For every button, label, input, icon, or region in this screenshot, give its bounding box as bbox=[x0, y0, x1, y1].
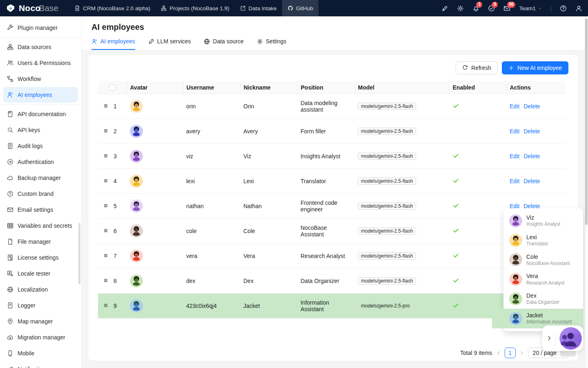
notifications-button[interactable]: 3 bbox=[472, 5, 479, 12]
drag-icon bbox=[102, 252, 109, 259]
sidebar-item-variables-and-secrets[interactable]: Variables and secrets bbox=[3, 218, 78, 233]
sidebar-item-plugin-manager[interactable]: Plugin manager bbox=[3, 20, 78, 36]
col-avatar: Avatar bbox=[127, 81, 183, 94]
delete-link[interactable]: Delete bbox=[523, 153, 540, 159]
sidebar-item-api-documentation[interactable]: API documentation bbox=[3, 106, 78, 122]
drag-handle-icon[interactable] bbox=[102, 252, 109, 260]
page-scrollbar-thumb[interactable] bbox=[585, 18, 588, 225]
nav-item-data-intake[interactable]: Data Intake bbox=[235, 0, 282, 16]
refresh-button[interactable]: Refresh bbox=[456, 61, 498, 74]
cell-nickname: Orin bbox=[240, 94, 297, 119]
sidebar-item-license-settings[interactable]: License settings bbox=[3, 250, 78, 265]
pen-icon bbox=[441, 5, 448, 12]
enabled-check-icon bbox=[452, 277, 459, 284]
notifications-badge: 3 bbox=[476, 2, 482, 8]
delete-link[interactable]: Delete bbox=[523, 178, 540, 184]
sidebar-item-migration-manager[interactable]: Migration manager bbox=[3, 330, 78, 345]
page-scrollbar[interactable] bbox=[585, 16, 588, 368]
floating-widget-tab[interactable] bbox=[560, 350, 576, 357]
drag-handle-icon[interactable] bbox=[102, 302, 109, 310]
tab-data-source[interactable]: Data source bbox=[204, 38, 243, 50]
popup-item-vera[interactable]: VeraResearch Analyst bbox=[503, 269, 583, 289]
sidebar-item-ai-employees[interactable]: AI employees bbox=[3, 87, 78, 103]
page-number-button[interactable]: 1 bbox=[505, 348, 516, 358]
nav-item-github[interactable]: GitHub bbox=[282, 0, 318, 16]
drag-handle-icon[interactable] bbox=[102, 227, 109, 235]
sidebar-item-email-settings[interactable]: Email settings bbox=[3, 202, 78, 218]
collapse-widget-button[interactable] bbox=[546, 331, 556, 346]
drag-handle-icon[interactable] bbox=[102, 177, 109, 185]
team-switcher[interactable]: Team1 bbox=[519, 5, 542, 11]
pen-button[interactable] bbox=[441, 5, 448, 12]
sidebar-item-workflow[interactable]: Workflow bbox=[3, 71, 78, 87]
help-button[interactable] bbox=[560, 5, 567, 12]
row-index: 1 bbox=[114, 103, 117, 110]
edit-link[interactable]: Edit bbox=[510, 153, 519, 159]
sidebar-item-mobile[interactable]: Mobile bbox=[3, 346, 78, 361]
sidebar-item-localization[interactable]: Localization bbox=[3, 282, 78, 297]
new-ai-employee-button[interactable]: New AI employee bbox=[502, 61, 568, 74]
sidebar-item-custom-brand[interactable]: Custom brand bbox=[3, 186, 78, 202]
edit-link[interactable]: Edit bbox=[510, 128, 519, 135]
col-username: Username bbox=[183, 81, 240, 94]
drag-icon bbox=[102, 177, 109, 184]
sidebar-item-backup-manager[interactable]: Backup manager bbox=[3, 170, 78, 186]
nocobase-logo[interactable]: NocoBase bbox=[6, 3, 58, 13]
sidebar-item-notification-manager[interactable]: Notification manager bbox=[3, 361, 78, 368]
drag-handle-icon[interactable] bbox=[102, 202, 109, 210]
avatar bbox=[509, 292, 522, 305]
nav-item-projects-nocobase-1-9-[interactable]: Projects (NocoBase 1.9) bbox=[156, 0, 234, 16]
select-all-checkbox[interactable] bbox=[109, 84, 116, 91]
link-icon bbox=[148, 38, 154, 45]
user-menu-button[interactable] bbox=[575, 5, 582, 12]
row-index: 9 bbox=[114, 303, 117, 309]
settings-button[interactable] bbox=[457, 5, 464, 12]
tasks-button[interactable]: 9 bbox=[488, 5, 495, 12]
drag-handle-icon[interactable] bbox=[102, 128, 109, 135]
sidebar-item-file-manager[interactable]: File manager bbox=[3, 234, 78, 249]
sidebar-item-data-sources[interactable]: Data sources bbox=[3, 39, 78, 55]
delete-link[interactable]: Delete bbox=[523, 103, 540, 110]
drag-icon bbox=[102, 202, 109, 209]
ai-employees-group-avatar[interactable] bbox=[559, 327, 582, 350]
delete-link[interactable]: Delete bbox=[523, 128, 540, 135]
file-icon bbox=[7, 238, 13, 245]
drag-handle-icon[interactable] bbox=[102, 153, 109, 160]
sidebar-divider bbox=[0, 104, 81, 105]
sidebar-item-logger[interactable]: Logger bbox=[3, 298, 78, 313]
share-icon bbox=[240, 5, 246, 11]
sidebar-item-locale-tester[interactable]: Locale tester bbox=[3, 266, 78, 281]
cell-model: models/gemini-2.5-flash bbox=[354, 194, 449, 219]
cell-nickname: Vera bbox=[240, 244, 297, 269]
enabled-check-icon bbox=[452, 177, 459, 184]
tab-llm-services[interactable]: LLM services bbox=[148, 38, 191, 50]
sidebar-item-audit-logs[interactable]: Audit logs bbox=[3, 138, 78, 154]
popup-item-viz[interactable]: VizInsights Analyst bbox=[503, 211, 583, 231]
cell-enabled bbox=[449, 94, 506, 119]
prev-page-button[interactable] bbox=[496, 350, 501, 355]
row-index: 3 bbox=[114, 153, 117, 159]
sidebar-scrollbar-thumb[interactable] bbox=[78, 223, 80, 284]
cell-nickname: Viz bbox=[240, 144, 297, 169]
cell-username: avery bbox=[183, 119, 240, 144]
next-page-button[interactable] bbox=[519, 350, 524, 355]
messages-button[interactable]: 98 bbox=[503, 5, 510, 12]
model-tag: models/gemini-2.5-flash bbox=[358, 153, 416, 160]
sidebar-item-authentication[interactable]: Authentication bbox=[3, 154, 78, 170]
edit-link[interactable]: Edit bbox=[510, 178, 519, 184]
sidebar-item-map-manager[interactable]: Map manager bbox=[3, 314, 78, 329]
popup-item-cole[interactable]: ColeNocoBase Assistant bbox=[503, 250, 583, 270]
sidebar-item-api-keys[interactable]: API keys bbox=[3, 122, 78, 138]
drag-handle-icon[interactable] bbox=[102, 103, 109, 110]
tab-settings[interactable]: Settings bbox=[257, 38, 287, 50]
tab-ai-employees[interactable]: AI employees bbox=[91, 38, 135, 50]
popup-item-lexi[interactable]: LexiTranslator bbox=[503, 231, 583, 250]
sidebar-item-users-permissions[interactable]: Users & Permissions bbox=[3, 55, 78, 71]
cell-model: models/gemini-2.5-flash bbox=[354, 94, 449, 119]
nav-item-crm-nocobase-2-0-alpha-[interactable]: CRM (NocoBase 2.0 alpha) bbox=[69, 0, 156, 16]
popup-item-dex[interactable]: DexData Organizer bbox=[503, 289, 583, 309]
edit-link[interactable]: Edit bbox=[510, 103, 519, 110]
auth-icon bbox=[7, 159, 13, 165]
drag-handle-icon[interactable] bbox=[102, 277, 109, 285]
grid-icon bbox=[7, 222, 13, 229]
